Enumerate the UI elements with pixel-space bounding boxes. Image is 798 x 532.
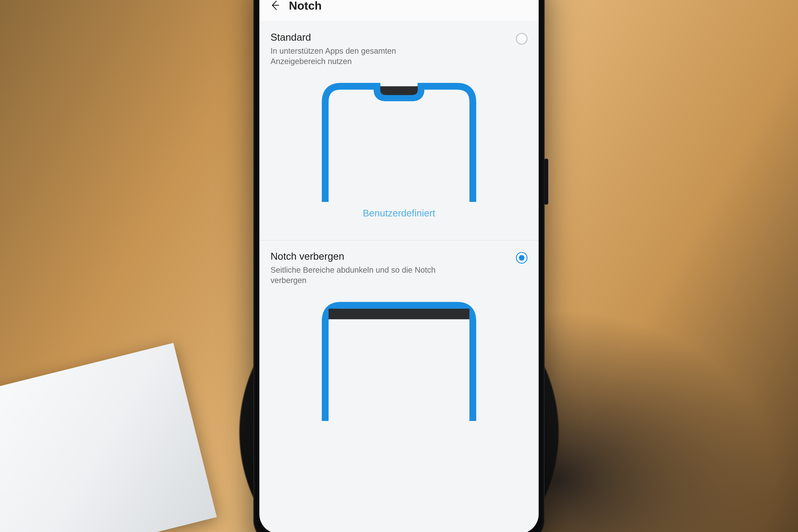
option-standard-preview xyxy=(270,78,528,202)
option-hide-notch-preview xyxy=(270,297,528,421)
app-header: Notch xyxy=(259,0,539,21)
notch-hidden-illustration xyxy=(313,297,485,421)
custom-link[interactable]: Benutzerdefiniert xyxy=(363,208,435,218)
notch-visible-illustration xyxy=(313,78,485,202)
option-standard-title: Standard xyxy=(270,32,508,43)
option-standard-subtitle: In unterstützen Apps den gesamten Anzeig… xyxy=(270,45,450,66)
option-hide-notch-subtitle: Seitliche Bereiche abdunkeln und so die … xyxy=(270,265,450,285)
phone-screen: 69 B/s 55% 12:48 Notch xyxy=(259,0,539,532)
option-hide-notch-title: Notch verbergen xyxy=(270,251,508,262)
option-standard-radio[interactable] xyxy=(516,33,528,44)
content-scroll[interactable]: Standard In unterstützen Apps den gesamt… xyxy=(259,21,539,532)
phone-frame: 69 B/s 55% 12:48 Notch xyxy=(253,0,545,532)
arrow-left-icon xyxy=(269,0,280,11)
background-paper xyxy=(0,343,217,532)
back-button[interactable] xyxy=(269,0,281,12)
option-standard[interactable]: Standard In unterstützen Apps den gesamt… xyxy=(259,21,539,240)
option-hide-notch[interactable]: Notch verbergen Seitliche Bereiche abdun… xyxy=(259,240,539,433)
phone-side-button xyxy=(544,158,548,205)
option-hide-notch-radio[interactable] xyxy=(516,252,528,264)
page-title: Notch xyxy=(289,0,322,12)
